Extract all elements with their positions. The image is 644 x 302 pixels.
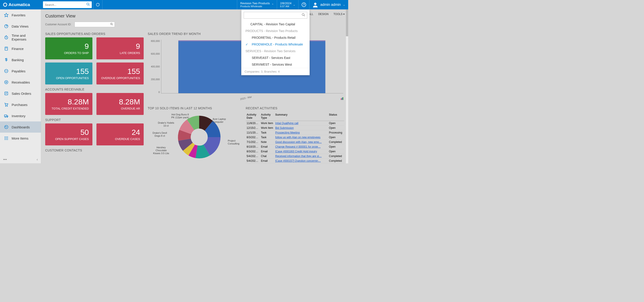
dropdown-item[interactable]: SERVWEST - Services West	[242, 61, 310, 68]
brand-logo[interactable]: Acumatica	[0, 2, 41, 7]
dropdown-item[interactable]: PRODUCTS - Revision Two Products	[242, 28, 310, 34]
dropdown-item[interactable]: SERVICES - Revision Two Services	[242, 48, 310, 55]
scrollbar[interactable]	[346, 10, 348, 163]
business-date[interactable]: 2/8/2024 6:07 AM ⌄	[277, 0, 298, 10]
col-status[interactable]: Status	[328, 112, 344, 121]
activity-link[interactable]: [Case #000157] Question concernin…	[275, 159, 321, 162]
activity-link[interactable]: Received information that they are st…	[275, 155, 322, 158]
divider	[102, 0, 102, 10]
sidebar-item-label: Payables	[12, 69, 26, 73]
activity-link[interactable]: [Case #000160] Credit Hold inquiry	[275, 150, 317, 153]
tile-open-cases[interactable]: 50OPEN SUPPORT CASES	[45, 123, 92, 145]
svg-line-39	[304, 15, 305, 16]
scroll-thumb[interactable]	[346, 10, 348, 36]
tile-overdue-ar[interactable]: 8.28MOVERDUE AR	[96, 93, 144, 115]
search-icon[interactable]	[302, 13, 305, 18]
sidebar-item-dashboards[interactable]: Dashboards	[0, 121, 41, 133]
divider	[93, 0, 93, 10]
dropdown-search[interactable]	[244, 12, 307, 19]
table-row[interactable]: 8/10/202…EmailChange Request # 000001 fo…	[246, 145, 344, 149]
dropdown-search-input[interactable]	[246, 14, 302, 17]
search-icon[interactable]	[86, 3, 90, 7]
sidebar-item-label: Time and Expenses	[12, 34, 41, 41]
activity-link[interactable]: Change Request # 000001 for proje…	[275, 145, 321, 148]
tile-credit-extended[interactable]: 8.28MTOTAL CREDIT EXTENDED	[45, 93, 92, 115]
tile-overdue-opps[interactable]: 155OVERDUE OPPORTUNITIES	[96, 63, 144, 85]
activity-link[interactable]: Intial Qualifying call	[275, 122, 298, 125]
help-button[interactable]: ?	[298, 0, 309, 10]
table-row[interactable]: 5/4/2020…ChatReceived information that t…	[246, 154, 344, 159]
filter-label: Customer Account ID:	[45, 23, 72, 26]
table-row[interactable]: 5/4/2020…EmailCase assigned to Regina Wi…	[246, 163, 344, 164]
activity-link[interactable]: Prospecting Meeting	[275, 131, 300, 134]
pie-label: Acer Laptop Computer	[212, 118, 230, 123]
tenant-selector[interactable]: Revision Two Products Products Wholesale…	[237, 0, 277, 10]
activity-link[interactable]: Bid Submission	[275, 126, 294, 130]
search-input[interactable]	[45, 3, 86, 7]
sidebar-item-finance[interactable]: Finance	[0, 43, 41, 54]
chart-settings-icon[interactable]	[340, 97, 344, 100]
tile-overdue-cases[interactable]: 24OVERDUE CASES	[96, 123, 144, 145]
col-date[interactable]: Activity Date	[246, 112, 260, 121]
sidebar-item-sales-orders[interactable]: Sales Orders	[0, 88, 41, 99]
sidebar-item-label: More Items	[12, 136, 28, 140]
sidebar-item-time-and-expenses[interactable]: Time and Expenses	[0, 32, 41, 43]
calc-icon	[4, 46, 8, 51]
table-row[interactable]: 8/3/2020…Email[Case #000160] Credit Hold…	[246, 149, 344, 154]
table-row[interactable]: 7/1/2022…NoteGood discussion with Alan, …	[246, 140, 344, 145]
svg-rect-35	[341, 98, 342, 100]
pie-label: Hot Dog Buns 8 PK (12per pack)	[170, 113, 190, 119]
table-row[interactable]: 11/8/202…Work ItemIntial Qualifying call…	[246, 121, 344, 126]
col-summary[interactable]: Summary	[274, 112, 328, 121]
table-row[interactable]: 11/1/202…TaskProspecting MeetingProcessi…	[246, 130, 344, 135]
tools-button[interactable]: TOOLS ▾	[334, 13, 344, 16]
sidebar-item-label: Favorites	[12, 13, 26, 17]
user-menu[interactable]: admin admin ⌄	[309, 0, 348, 10]
table-row[interactable]: 8/3/2022…Taskfollow up with Alan on new …	[246, 135, 344, 140]
sidebar-item-receivables[interactable]: Receivables	[0, 77, 41, 88]
table-row[interactable]: 5/4/2020…Email[Case #000157] Question co…	[246, 159, 344, 163]
lookup-icon[interactable]	[110, 23, 113, 27]
activity-link[interactable]: Good discussion with Alan, new emp…	[275, 140, 322, 144]
sidebar-item-label: Receivables	[12, 80, 30, 84]
customer-id-selector[interactable]	[74, 22, 115, 27]
svg-point-17	[5, 106, 6, 106]
more-icon[interactable]: •••	[3, 157, 7, 162]
sidebar-item-inventory[interactable]: Inventory	[0, 110, 41, 121]
dropdown-item[interactable]: CAPITAL - Revision Two Capital	[242, 21, 310, 28]
svg-point-31	[6, 139, 6, 140]
minus-icon	[4, 69, 8, 73]
dropdown-item[interactable]: PRODWHOLE - Products Wholesale	[242, 41, 310, 48]
order-icon	[4, 91, 8, 96]
col-type[interactable]: Activity Type	[260, 112, 274, 121]
table-row[interactable]: 12/15/20…Work ItemBid SubmissionOpen	[246, 126, 344, 130]
activities-table: Activity Date Activity Type Summary Stat…	[246, 112, 344, 163]
sidebar-item-purchases[interactable]: Purchases	[0, 99, 41, 110]
svg-rect-19	[4, 115, 7, 117]
sidebar-item-banking[interactable]: Banking	[0, 54, 41, 65]
collapse-icon[interactable]: ‹	[37, 157, 38, 162]
sidebar-item-data-views[interactable]: Data Views	[0, 21, 41, 32]
sidebar-item-favorites[interactable]: Favorites	[0, 10, 41, 21]
sidebar-item-more-items[interactable]: More Items	[0, 133, 41, 144]
design-button[interactable]: DESIGN	[318, 13, 328, 16]
chevron-up-icon: ⌃	[272, 3, 274, 6]
tile-orders-to-ship[interactable]: 9ORDERS TO SHIP	[45, 38, 92, 59]
svg-point-0	[87, 3, 89, 5]
svg-point-20	[5, 117, 6, 117]
sidebar-item-label: Banking	[12, 58, 24, 62]
global-search[interactable]	[43, 1, 92, 8]
dropdown-item[interactable]: PRODRETAIL - Products Retail	[242, 34, 310, 41]
tile-open-opps[interactable]: 155OPEN OPPORTUNITIES	[45, 63, 92, 85]
svg-point-24	[5, 137, 5, 137]
tile-late-orders[interactable]: 9LATE ORDERS	[96, 38, 144, 59]
refresh-button[interactable]	[94, 0, 102, 10]
dropdown-item[interactable]: SERVEAST - Services East	[242, 55, 310, 61]
activity-link[interactable]: follow up with Alan on new employees	[275, 136, 320, 139]
svg-rect-7	[5, 47, 8, 50]
x-axis-label: 2023 - Mar	[240, 95, 252, 101]
sidebar-item-payables[interactable]: Payables	[0, 65, 41, 77]
section-title: SALES OPPORTUNITIES AND ORDERS	[45, 32, 144, 36]
sidebar-item-label: Inventory	[12, 114, 26, 118]
svg-point-26	[7, 137, 8, 137]
